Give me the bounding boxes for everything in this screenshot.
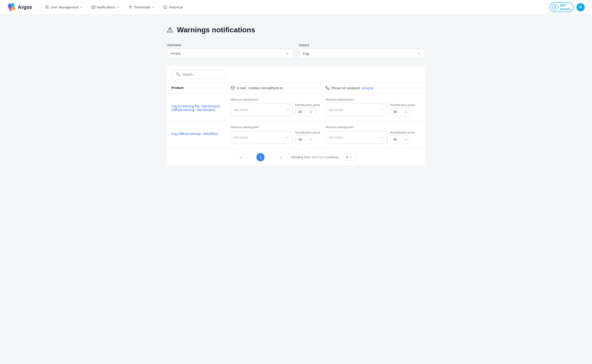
user-management-icon xyxy=(45,5,49,9)
username-filter-group: Username HYDS xyxy=(167,43,293,58)
email-min-warning-select-1[interactable]: Not active xyxy=(231,131,293,144)
svg-rect-5 xyxy=(92,6,95,9)
email-renotif-select-1[interactable]: 6h xyxy=(295,135,316,144)
phone-renotif-label-0: Renotification period xyxy=(390,104,415,107)
email-min-warning-select-0[interactable]: Not active xyxy=(231,104,293,116)
page-warning-icon: ⚠ xyxy=(167,26,173,34)
hazard-filter-group: Hazard Fog xyxy=(299,43,425,58)
email-renotif-select-0[interactable]: 6h xyxy=(295,108,316,116)
search-input-wrap[interactable]: 🔍 xyxy=(172,70,226,79)
svg-point-3 xyxy=(9,7,12,11)
email-fields-1: Minimum warning level Not active Renotif… xyxy=(231,126,326,144)
phone-not-assigned-label: Phone not assigned xyxy=(332,86,360,90)
argos-logo-icon xyxy=(7,3,16,12)
svg-point-4 xyxy=(46,6,47,7)
thresholds-chevron-icon xyxy=(152,6,155,9)
email-min-warning-chevron-0 xyxy=(286,108,289,111)
thresholds-icon xyxy=(128,5,132,9)
phone-renotif-select-0[interactable]: 6h xyxy=(390,108,411,116)
user-management-chevron-icon xyxy=(80,6,83,9)
page-current-button[interactable]: 1 xyxy=(256,153,265,161)
pagination-info: Showing from 1 to 2 of 2 products xyxy=(291,155,339,159)
per-page-chevron-icon xyxy=(350,156,353,159)
per-page-value: 5 xyxy=(346,155,348,159)
notifications-chevron-icon xyxy=(117,6,120,9)
user-avatar[interactable]: H xyxy=(577,3,585,11)
email-min-warning-label-0: Minimum warning level xyxy=(231,98,320,101)
search-bar: 🔍 xyxy=(167,66,425,83)
nav-notifications-label: Notifications xyxy=(97,5,115,9)
product-name-0: Fog (or freezing fog - Met Éireann) (Off… xyxy=(172,98,231,112)
username-label: Username xyxy=(167,43,293,47)
email-renotif-label-1: Renotification period xyxy=(295,131,320,134)
product-name-1: Fog (Official warning - MetOffice) xyxy=(172,126,231,136)
nav-item-notifications[interactable]: Notifications xyxy=(88,3,124,11)
username-value: HYDS xyxy=(171,52,180,56)
username-chevron-icon xyxy=(286,52,289,55)
historical-icon xyxy=(163,5,167,9)
email-renotif-chevron-1 xyxy=(309,138,313,141)
nav-right: MET éireann H xyxy=(550,2,585,12)
nav-item-thresholds[interactable]: Thresholds xyxy=(125,3,159,11)
brand-logo-link[interactable]: Argos xyxy=(7,3,32,12)
phone-min-warning-label-1: Minimum warning level xyxy=(326,126,415,129)
email-header-icon xyxy=(231,86,235,90)
main-content: ⚠ Warnings notifications Username HYDS H… xyxy=(160,14,433,177)
email-header-label: E-mail: xyxy=(237,86,246,90)
page-first-button[interactable]: « xyxy=(236,153,245,161)
search-icon: 🔍 xyxy=(176,72,180,77)
phone-header-icon xyxy=(326,86,330,90)
table-header: Product E-mail: cristhian.rivera@hyds.es… xyxy=(167,83,425,93)
col-phone-header: Phone not assigned Assignar xyxy=(326,86,420,90)
phone-min-warning-chevron-1 xyxy=(381,136,384,139)
phone-renotif-chevron-0 xyxy=(404,110,407,114)
phone-min-warning-label-0: Minimum warning level xyxy=(326,98,415,101)
table-rows: Fog (or freezing fog - Met Éireann) (Off… xyxy=(167,93,425,148)
met-logo-text: MET éireann xyxy=(560,4,571,11)
phone-renotif-select-1[interactable]: 6h xyxy=(390,135,411,144)
met-logo-icon xyxy=(552,4,558,10)
per-page-select[interactable]: 5 xyxy=(343,154,356,161)
phone-min-warning-select-0[interactable]: Not active xyxy=(326,104,387,116)
nav-item-user-management[interactable]: User Management xyxy=(41,3,87,11)
svg-rect-8 xyxy=(231,87,234,89)
page-last-button[interactable]: » xyxy=(276,153,285,161)
table-container: 🔍 Product E-mail: cristhian.rivera@hyds.… xyxy=(167,66,425,166)
col-email-header: E-mail: cristhian.rivera@hyds.es xyxy=(231,86,326,90)
hazard-value: Fog xyxy=(303,52,309,56)
email-min-warning-chevron-1 xyxy=(286,136,289,139)
username-select[interactable]: HYDS xyxy=(167,49,293,58)
search-input[interactable] xyxy=(183,72,222,76)
nav-item-historical[interactable]: Historical xyxy=(160,3,186,11)
email-min-warning-label-1: Minimum warning level xyxy=(231,126,320,129)
email-header-value: cristhian.rivera@hyds.es xyxy=(248,86,284,90)
phone-min-warning-select-1[interactable]: Not active xyxy=(326,131,387,144)
phone-min-warning-chevron-0 xyxy=(381,108,384,111)
page-title: Warnings notifications xyxy=(177,26,255,34)
nav-thresholds-label: Thresholds xyxy=(134,5,151,9)
phone-fields-0: Minimum warning level Not active Renotif… xyxy=(326,98,420,116)
phone-renotif-chevron-1 xyxy=(404,138,407,141)
email-renotif-label-0: Renotification period xyxy=(295,104,320,107)
hazard-select[interactable]: Fog xyxy=(299,49,425,58)
pagination: « ‹ 1 › » Showing from 1 to 2 of 2 produ… xyxy=(167,148,425,166)
col-product-header: Product xyxy=(172,86,231,90)
filters-row: Username HYDS Hazard Fog xyxy=(167,43,425,58)
hazard-chevron-icon xyxy=(418,52,421,55)
hazard-label: Hazard xyxy=(299,43,425,47)
page-prev-button[interactable]: ‹ xyxy=(246,153,255,161)
page-title-area: ⚠ Warnings notifications xyxy=(167,26,425,34)
svg-point-2 xyxy=(12,6,15,10)
email-renotif-chevron-0 xyxy=(309,110,313,114)
brand-name: Argos xyxy=(18,4,32,10)
table-row: Fog (or freezing fog - Met Éireann) (Off… xyxy=(167,93,425,121)
assignar-link[interactable]: Assignar xyxy=(362,86,374,90)
nav-user-management-label: User Management xyxy=(51,5,79,9)
phone-renotif-label-1: Renotification period xyxy=(390,131,415,134)
page-next-button[interactable]: › xyxy=(266,153,275,161)
table-row: Fog (Official warning - MetOffice) Minim… xyxy=(167,121,425,148)
nav-items: User Management Notifications Thresholds xyxy=(41,3,550,11)
met-eireann-logo: MET éireann xyxy=(550,2,574,12)
nav-historical-label: Historical xyxy=(169,5,183,9)
phone-fields-1: Minimum warning level Not active Renotif… xyxy=(326,126,420,144)
